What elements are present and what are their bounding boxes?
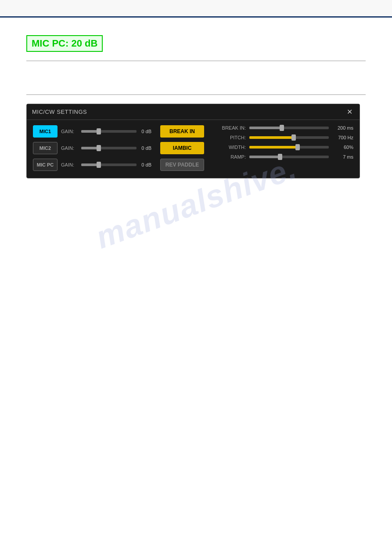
- micpc-gain-value: 0 dB: [139, 162, 151, 167]
- break-in-slider-track[interactable]: [249, 127, 329, 129]
- mic1-slider-track[interactable]: [81, 130, 137, 133]
- ramp-value: 7 ms: [332, 154, 353, 160]
- mic2-gain-label: GAIN:: [61, 145, 78, 151]
- mic2-row: MIC2 GAIN: 0 dB: [33, 142, 151, 154]
- micpc-slider-container[interactable]: 0 dB: [81, 162, 151, 167]
- pitch-slider-track[interactable]: [249, 136, 329, 139]
- mic1-gain-value: 0 dB: [139, 129, 151, 134]
- dialog-titlebar: MIC/CW SETTINGS ✕: [27, 104, 360, 120]
- width-setting-row: WIDTH: 60%: [217, 145, 353, 150]
- pitch-slider-fill: [249, 136, 293, 139]
- rev-paddle-button[interactable]: REV PADDLE: [160, 159, 204, 171]
- break-in-setting-row: BREAK IN: 200 ms: [217, 125, 353, 131]
- mic1-slider-fill: [81, 130, 98, 133]
- spacer: [26, 65, 366, 91]
- ramp-setting-row: RAMP: 7 ms: [217, 154, 353, 160]
- dialog-body: MIC1 GAIN: 0 dB MIC2 GAIN:: [27, 120, 360, 178]
- micpc-slider-thumb: [97, 162, 101, 168]
- cw-settings-column: BREAK IN: 200 ms PITCH: 700 Hz: [217, 125, 353, 171]
- mic2-slider-track[interactable]: [81, 147, 137, 149]
- ramp-setting-label: RAMP:: [217, 154, 246, 160]
- micpc-slider-track[interactable]: [81, 163, 137, 166]
- micpc-slider-fill: [81, 163, 98, 166]
- micpc-button[interactable]: MIC PC: [33, 159, 58, 171]
- mic-column: MIC1 GAIN: 0 dB MIC2 GAIN:: [33, 125, 151, 171]
- break-in-setting-label: BREAK IN:: [217, 125, 246, 131]
- dialog-title: MIC/CW SETTINGS: [32, 109, 87, 115]
- close-button[interactable]: ✕: [345, 108, 354, 116]
- page-title: MIC PC: 20 dB: [26, 35, 103, 52]
- divider-bottom: [26, 94, 366, 95]
- iambic-button[interactable]: IAMBIC: [160, 142, 204, 154]
- mic2-gain-value: 0 dB: [139, 145, 151, 151]
- width-slider-track[interactable]: [249, 146, 329, 149]
- mic2-slider-fill: [81, 147, 98, 149]
- micpc-gain-label: GAIN:: [61, 162, 78, 167]
- mic1-slider-container[interactable]: 0 dB: [81, 129, 151, 134]
- page-content: MIC PC: 20 dB MIC/CW SETTINGS ✕ MIC1 GAI…: [0, 18, 392, 196]
- width-slider-thumb: [295, 144, 300, 150]
- pitch-setting-label: PITCH:: [217, 135, 246, 140]
- ramp-slider-track[interactable]: [249, 156, 329, 158]
- break-in-slider-fill: [249, 127, 281, 129]
- width-setting-label: WIDTH:: [217, 145, 246, 150]
- width-value: 60%: [332, 145, 353, 150]
- pitch-value: 700 Hz: [332, 135, 353, 140]
- pitch-setting-row: PITCH: 700 Hz: [217, 135, 353, 140]
- break-in-slider-thumb: [280, 125, 284, 131]
- cw-buttons-column: BREAK IN IAMBIC REV PADDLE: [160, 125, 209, 171]
- mic2-slider-container[interactable]: 0 dB: [81, 145, 151, 151]
- mic-cw-dialog: MIC/CW SETTINGS ✕ MIC1 GAIN: 0 dB: [26, 104, 360, 178]
- ramp-slider-thumb: [278, 154, 282, 160]
- mic1-row: MIC1 GAIN: 0 dB: [33, 125, 151, 138]
- width-slider-fill: [249, 146, 297, 149]
- mic2-slider-thumb: [97, 145, 101, 151]
- pitch-slider-thumb: [291, 134, 296, 141]
- mic1-gain-label: GAIN:: [61, 129, 78, 134]
- micpc-row: MIC PC GAIN: 0 dB: [33, 159, 151, 171]
- mic2-button[interactable]: MIC2: [33, 142, 58, 154]
- ramp-slider-fill: [249, 156, 280, 158]
- break-in-button[interactable]: BREAK IN: [160, 125, 204, 138]
- top-bar: [0, 0, 392, 18]
- mic1-slider-thumb: [97, 128, 101, 134]
- mic1-button[interactable]: MIC1: [33, 125, 58, 138]
- break-in-value: 200 ms: [332, 125, 353, 131]
- divider-top: [26, 61, 366, 61]
